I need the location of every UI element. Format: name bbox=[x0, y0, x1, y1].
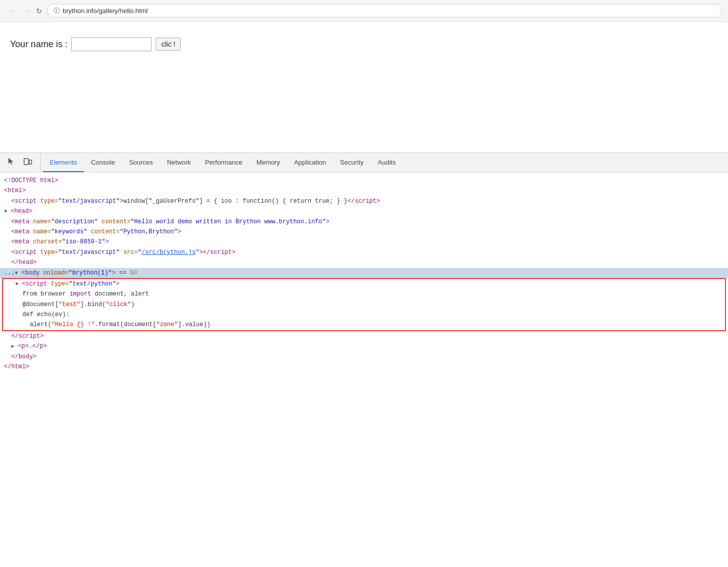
page-form: Your name is : clic ! bbox=[10, 37, 718, 51]
code-line-py1: from browser import document, alert bbox=[3, 289, 725, 299]
devtools-tabs: Elements Console Sources Network Perform… bbox=[43, 154, 403, 172]
tab-network[interactable]: Network bbox=[160, 154, 198, 172]
devtools-icon-group bbox=[4, 153, 41, 172]
code-line-script2: <script type="text/javascript" src="/src… bbox=[0, 247, 728, 257]
tab-performance[interactable]: Performance bbox=[198, 154, 249, 172]
url-path: /gallery/hello.html bbox=[97, 7, 148, 15]
tab-elements[interactable]: Elements bbox=[43, 154, 84, 172]
clic-button[interactable]: clic ! bbox=[156, 38, 181, 51]
code-line-meta2: <meta name="keywords" content="Python,Br… bbox=[0, 227, 728, 237]
tab-console[interactable]: Console bbox=[84, 154, 122, 172]
tab-security[interactable]: Security bbox=[333, 154, 371, 172]
devtools-panel: Elements Console Sources Network Perform… bbox=[0, 153, 728, 375]
back-button[interactable]: ← bbox=[6, 6, 18, 17]
address-bar[interactable]: ⓘ brython.info/gallery/hello.html bbox=[47, 4, 722, 18]
devtools-toolbar: Elements Console Sources Network Perform… bbox=[0, 153, 728, 173]
nav-buttons: ← → ↻ bbox=[6, 6, 42, 17]
code-line-head-close: </head> bbox=[0, 257, 728, 267]
cursor-icon-button[interactable] bbox=[4, 153, 19, 172]
tab-memory[interactable]: Memory bbox=[250, 154, 287, 172]
name-input[interactable] bbox=[71, 37, 152, 51]
device-icon-button[interactable] bbox=[20, 153, 35, 172]
code-line-py4: def echo(ev): bbox=[3, 310, 725, 320]
reload-button[interactable]: ↻ bbox=[36, 7, 42, 15]
code-line-html-close: </html> bbox=[0, 362, 728, 372]
form-label: Your name is : bbox=[10, 39, 67, 50]
code-line-py5: alert("Hello {} !".format(document["zone… bbox=[3, 320, 725, 330]
browser-chrome: ← → ↻ ⓘ brython.info/gallery/hello.html bbox=[0, 0, 728, 22]
code-line-script-py-open: ▼ <script type="text/python"> bbox=[3, 279, 725, 289]
script-highlight-box: ▼ <script type="text/python"> from brows… bbox=[2, 278, 726, 331]
tab-application[interactable]: Application bbox=[287, 154, 333, 172]
code-line-html: <html> bbox=[0, 186, 728, 196]
code-line-script-close: </script> bbox=[0, 331, 728, 341]
url-domain: brython.info bbox=[63, 7, 97, 15]
code-line-body[interactable]: ...▼ <body onload="brython(1)"> == $0 bbox=[0, 268, 728, 278]
page-content: Your name is : clic ! bbox=[0, 22, 728, 153]
code-line-p: ▶ <p>…</p> bbox=[0, 341, 728, 351]
code-line-py3: @document["test"].bind("click") bbox=[3, 300, 725, 310]
devtools-code: <!DOCTYPE html> <html> <script type="tex… bbox=[0, 173, 728, 375]
code-line-script1: <script type="text/javascript">window["_… bbox=[0, 196, 728, 206]
tab-audits[interactable]: Audits bbox=[371, 154, 403, 172]
forward-button[interactable]: → bbox=[21, 6, 33, 17]
code-line-head-open: ▼ <head> bbox=[0, 206, 728, 216]
secure-icon: ⓘ bbox=[54, 7, 60, 15]
code-line-meta1: <meta name="description" content="Hello … bbox=[0, 217, 728, 227]
svg-rect-0 bbox=[24, 159, 29, 165]
code-line-doctype: <!DOCTYPE html> bbox=[0, 176, 728, 186]
svg-rect-1 bbox=[29, 160, 32, 164]
code-line-meta3: <meta charset="iso-8859-1"> bbox=[0, 237, 728, 247]
code-line-body-close: </body> bbox=[0, 352, 728, 362]
tab-sources[interactable]: Sources bbox=[122, 154, 160, 172]
